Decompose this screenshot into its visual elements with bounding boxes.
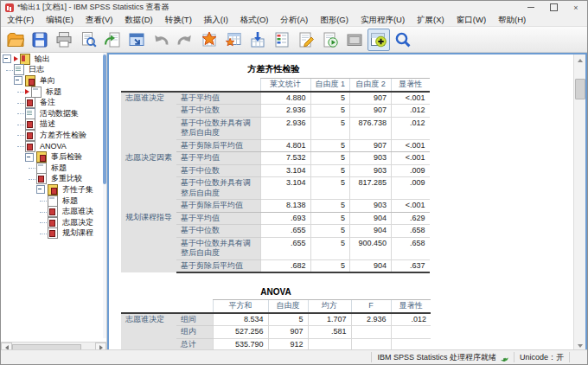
table-cell: 5 [310, 200, 350, 213]
open-file-icon [7, 31, 24, 48]
menu-e[interactable]: 编辑(E) [40, 14, 80, 26]
doc-icon [48, 206, 58, 217]
tree-item-标题[interactable]: 标题 [3, 163, 106, 174]
goto-variable-button[interactable] [246, 29, 269, 51]
scrollbar-thumb[interactable] [575, 79, 585, 99]
find-button[interactable] [392, 29, 414, 51]
menu-x[interactable]: 扩展(X) [411, 14, 451, 26]
tree-item-志愿谁决[interactable]: 志愿谁决 [3, 206, 106, 217]
tree-item-活动数据集[interactable]: 活动数据集 [3, 108, 106, 119]
toolbar [1, 27, 587, 53]
tree-item-志愿决定[interactable]: 志愿决定 [3, 217, 106, 228]
tree-item-label: 齐性子集 [61, 184, 95, 195]
tree-item-描述[interactable]: 描述 [3, 119, 106, 131]
row-group-label: 志愿决定因素 [121, 152, 176, 213]
book-icon [20, 54, 30, 65]
table-cell [391, 326, 431, 339]
tree-item-label: 事后检验 [49, 151, 84, 163]
row-stub-label: 基于中位数并具有调整后自由度 [176, 177, 260, 200]
find-icon [394, 31, 412, 48]
print-icon [55, 31, 73, 48]
menu-w[interactable]: 窗口(W) [451, 14, 492, 26]
tree-item-label: 方差齐性检验 [38, 130, 88, 141]
collapse-expander-icon[interactable] [25, 153, 34, 162]
scrollbar-thumb[interactable] [103, 54, 106, 184]
variables-button[interactable] [271, 29, 293, 51]
run-script-button[interactable] [319, 29, 342, 51]
doc-icon [36, 173, 47, 184]
menu-v[interactable]: 查看(V) [80, 14, 119, 26]
table-cell: 7.532 [260, 152, 310, 165]
table-cell: 5 [310, 152, 350, 165]
undo-button[interactable] [150, 29, 172, 51]
redo-button[interactable] [174, 29, 196, 51]
tree-item-日志[interactable]: 日志 [3, 65, 106, 76]
table-cell: 904 [350, 259, 392, 272]
minimize-button[interactable] [520, 1, 542, 14]
tree-item-ANOVA[interactable]: ANOVA [3, 141, 106, 152]
table-cell: <.001 [392, 139, 430, 152]
menu-t[interactable]: 转换(T) [159, 14, 198, 26]
collapse-expander-icon[interactable] [36, 185, 45, 194]
table-cell: .009 [392, 164, 430, 177]
output-table-anova[interactable]: 平方和自由度均方F显著性志愿谁决定组间8.53451.7072.936.012组… [121, 299, 431, 351]
tree-item-输出[interactable]: 输出 [3, 54, 106, 65]
recall-dialogs-button[interactable] [125, 29, 148, 51]
table-cell: 3.104 [260, 164, 310, 177]
goto-case-button[interactable] [222, 29, 245, 51]
menu-g[interactable]: 图形(G) [314, 14, 355, 26]
menu-i[interactable]: 插入(I) [198, 14, 234, 26]
tree-item-标题[interactable]: 标题 [3, 195, 106, 207]
table-cell: 3.104 [260, 177, 310, 200]
menu-h[interactable]: 帮助(H) [492, 14, 532, 26]
tree-item-label: ANOVA [38, 142, 68, 150]
tree-item-事后检验[interactable]: 事后检验 [3, 151, 106, 163]
print-preview-button[interactable] [77, 29, 99, 51]
close-button[interactable]: × [565, 1, 587, 14]
maximize-button[interactable] [542, 1, 565, 14]
minimize-icon [527, 7, 534, 8]
print-button[interactable] [53, 29, 75, 51]
row-stub-label: 基于平均值 [176, 212, 260, 225]
menu-f[interactable]: 文件(F) [1, 14, 40, 26]
table-cell: 5 [310, 225, 350, 238]
outline-vertical-scrollbar[interactable] [103, 53, 106, 338]
scroll-up-arrow[interactable] [574, 54, 585, 66]
doc-icon [25, 130, 35, 141]
table-row: 规划课程指导基于平均值.6935904.629 [121, 212, 430, 225]
goto-case-icon [225, 31, 242, 48]
menu-o[interactable]: 格式(O) [234, 14, 275, 26]
menu-a[interactable]: 分析(A) [275, 14, 315, 26]
tree-item-标题[interactable]: 标题 [3, 86, 106, 98]
tree-item-多重比较[interactable]: 多重比较 [3, 174, 106, 185]
content-vertical-scrollbar[interactable] [573, 54, 585, 351]
select-last-output-icon [370, 31, 387, 48]
designate-window-button[interactable] [343, 29, 366, 51]
insert-heading-button[interactable] [295, 29, 317, 51]
row-stub-label: 基于平均值 [176, 152, 260, 165]
goto-data-button[interactable] [198, 29, 220, 51]
table-title-anova: ANOVA [121, 287, 431, 297]
tree-item-label: 规划课程 [61, 227, 95, 239]
spss-app-icon [5, 3, 14, 12]
export-button[interactable] [101, 29, 124, 51]
collapse-expander-icon[interactable] [3, 54, 11, 63]
tree-item-规划课程[interactable]: 规划课程 [3, 228, 106, 240]
table-row: 志愿谁决定基于平均值4.8805907<.001 [121, 92, 430, 105]
tree-item-齐性子集[interactable]: 齐性子集 [3, 184, 106, 195]
table-cell: 817.285 [350, 177, 392, 200]
output-table-levene[interactable]: 莱文统计自由度 1自由度 2显著性志愿谁决定基于平均值4.8805907<.00… [121, 78, 430, 273]
save-button[interactable] [29, 29, 51, 51]
tree-item-单向[interactable]: 单向 [3, 75, 106, 86]
table-cell: .637 [392, 259, 430, 272]
tree-item-备注[interactable]: 备注 [3, 97, 106, 108]
close-icon: × [573, 3, 578, 12]
collapse-expander-icon[interactable] [14, 76, 22, 85]
tree-item-方差齐性检验[interactable]: 方差齐性检验 [3, 130, 106, 141]
table-cell: 903 [350, 164, 392, 177]
log-icon [25, 108, 35, 119]
open-file-button[interactable] [4, 29, 27, 51]
select-last-output-button[interactable] [368, 29, 390, 51]
menu-d[interactable]: 数据(D) [118, 14, 158, 26]
menu-u[interactable]: 实用程序(U) [355, 14, 411, 26]
